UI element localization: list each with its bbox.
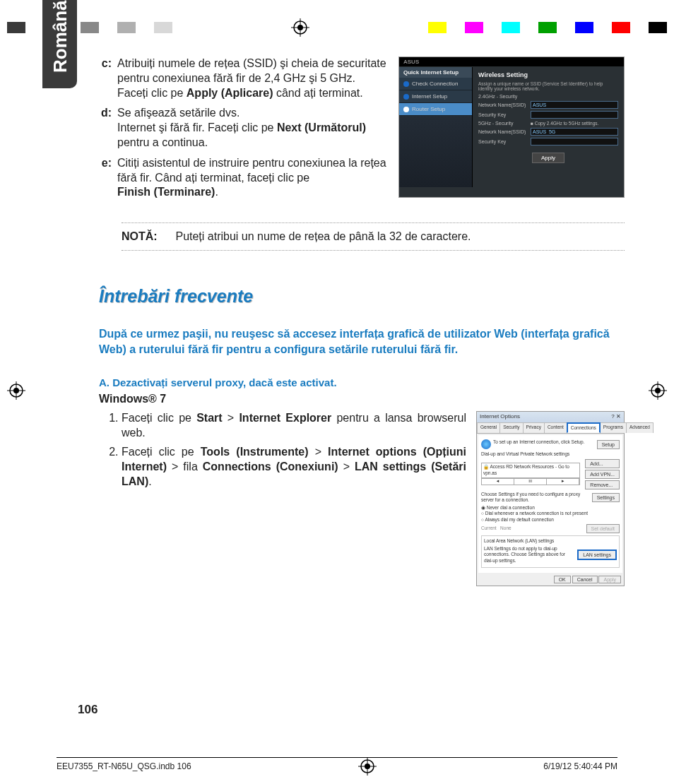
windows7-label: Windows® 7 [99,393,625,405]
ie-lan-text: LAN Settings do not apply to dial-up con… [484,546,574,564]
apply-button[interactable]: Apply [532,153,564,163]
cancel-button[interactable]: Cancel [572,576,598,583]
dot-icon [403,81,409,87]
router-side-header: Quick Internet Setup [399,67,472,78]
add-vpn-button[interactable]: Add VPN... [585,470,620,479]
lan-settings-button[interactable]: LAN settings [577,550,617,560]
setup-button[interactable]: Setup [597,440,620,449]
note-box: NOTĂ: Puteți atribui un nume de rețea de… [122,222,625,251]
router-panel-title: Wireless Setting [478,71,618,78]
footer-timestamp: 6/19/12 5:40:44 PM [543,761,617,771]
ie-tab-programs[interactable]: Programs [600,422,627,433]
label-5ghz: 5GHz - Security [478,121,531,126]
ie-tab-advanced[interactable]: Advanced [626,422,654,433]
faq-lead: După ce urmez paşii, nu reuşesc să acces… [99,326,625,357]
add-button[interactable]: Add... [585,459,620,468]
ie-lan-header: Local Area Network (LAN) settings [484,538,617,544]
ie-tabs: GeneralSecurityPrivacyContentConnections… [477,422,624,434]
print-registration-top [0,17,674,38]
step-c-label: c: [99,57,117,100]
ie-tab-privacy[interactable]: Privacy [523,422,545,433]
ie-choose-text: Choose Settings if you need to configure… [481,492,589,504]
ie-connection-list[interactable]: 🔒 Access RD Network Resources - Go to vp… [481,463,580,478]
router-sidebar: Quick Internet Setup Check Connection In… [399,67,473,187]
remove-button[interactable]: Remove... [585,480,620,489]
globe-icon [481,439,491,449]
step-c-body: Atribuiți numele de rețea (SSID) şi chei… [117,57,387,100]
dot-icon [403,94,409,100]
ie-setup-row: To set up an Internet connection, click … [481,439,620,449]
step-d-body: Se afişează setările dvs.Internet şi făr… [117,106,387,150]
router-side-internet[interactable]: Internet Setup [399,90,472,103]
label-ssid5: Network Name(SSID) [478,129,531,134]
apply-ie-button: Apply [598,576,621,583]
internet-options-screenshot: Internet Options? ✕ GeneralSecurityPriva… [476,411,625,586]
registration-mark-icon [291,18,309,37]
ie-dial-header: Dial-up and Virtual Private Network sett… [481,451,620,457]
ie-tab-security[interactable]: Security [499,422,523,433]
color-bar-right [428,22,667,33]
ie-scroll[interactable]: ◄III► [481,478,580,485]
faq-heading: Întrebări frecvente [99,286,625,307]
input-ssid24[interactable] [531,101,618,109]
page-body: Română c: Atribuiți numele de rețea (SSI… [49,57,625,717]
faq-step-2: Faceți clic pe Tools (Instrumente) > Int… [122,445,466,489]
ie-titlebar: Internet Options? ✕ [477,412,624,422]
label-key5: Security Key [478,139,531,144]
language-tab: Română [42,0,77,88]
print-footer: EEU7355_RT-N65U_QSG.indb 106 6/19/12 5:4… [57,757,617,771]
input-key5[interactable] [531,138,618,145]
faq-steps: Faceți clic pe Start > Internet Explorer… [99,411,466,493]
ok-button[interactable]: OK [554,576,571,583]
router-brand: ASUS [403,59,419,65]
ie-tab-general[interactable]: General [477,422,500,433]
set-default-button: Set default [586,524,620,533]
ie-tab-connections[interactable]: Connections [567,422,601,433]
note-label: NOTĂ: [122,230,172,243]
ie-radio-2[interactable]: ○ Dial whenever a network connection is … [481,511,620,516]
registration-mark-icon [649,381,667,400]
note-text: Puteți atribui un nume de rețea de până … [175,230,471,242]
label-ssid24: Network Name(SSID) [478,102,531,107]
router-ui-screenshot: ASUS Quick Internet Setup Check Connecti… [398,57,625,198]
color-bar-left [7,22,172,33]
label-key24: Security Key [478,112,531,117]
footer-file: EEU7355_RT-N65U_QSG.indb 106 [57,761,191,771]
ie-radio-3[interactable]: ○ Always dial my default connection [481,517,620,523]
arrow-icon [403,107,409,112]
input-key24[interactable] [531,111,618,119]
faq-step-1: Faceți clic pe Start > Internet Explorer… [122,411,466,441]
ie-tab-content[interactable]: Content [544,422,567,433]
registration-mark-icon [7,381,25,400]
router-desc: Assign a unique name or SSID (Service Se… [478,81,618,91]
label-24ghz: 2.4GHz - Security [478,94,531,99]
input-ssid5[interactable] [531,128,618,136]
step-e-label: e: [99,156,117,200]
step-e-body: Citiți asistentul de instruire pentru co… [117,156,387,200]
registration-mark-icon [358,757,377,776]
router-side-check[interactable]: Check Connection [399,78,472,90]
router-side-router[interactable]: Router Setup [399,103,472,116]
settings-button[interactable]: Settings [592,493,620,502]
setup-steps: c: Atribuiți numele de rețea (SSID) şi c… [99,57,387,206]
ie-lan-fieldset: Local Area Network (LAN) settings LAN Se… [481,535,620,568]
router-main-panel: Wireless Setting Assign a unique name or… [473,67,624,167]
step-d-label: d: [99,106,117,150]
page-number: 106 [78,703,97,717]
ie-radio-1[interactable]: ◉ Never dial a connection [481,505,620,511]
faq-sub-a: A. Dezactivați serverul proxy, dacă este… [99,376,625,388]
